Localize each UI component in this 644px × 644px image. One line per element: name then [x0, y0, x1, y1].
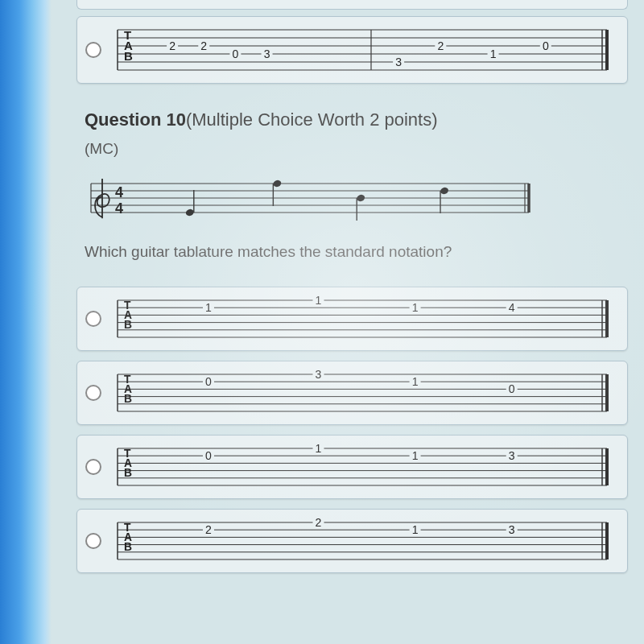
- question-label-suffix: (Multiple Choice Worth 2 points): [186, 109, 438, 130]
- svg-point-39: [185, 208, 195, 217]
- question-label-prefix: Question: [85, 109, 166, 130]
- svg-text:3: 3: [509, 449, 515, 462]
- option-b[interactable]: TAB0310: [76, 361, 628, 425]
- svg-text:0: 0: [205, 449, 212, 462]
- radio-option-d[interactable]: [85, 533, 101, 549]
- svg-text:1: 1: [412, 375, 419, 388]
- svg-text:B: B: [124, 393, 132, 405]
- tab-option-c: TAB0113: [113, 444, 617, 490]
- question-title: Question 10(Multiple Choice Worth 2 poin…: [85, 109, 620, 130]
- svg-text:0: 0: [509, 382, 515, 395]
- question-prompt: Which guitar tablature matches the stand…: [85, 243, 620, 261]
- question-mc-tag: (MC): [85, 140, 620, 158]
- svg-text:2: 2: [437, 39, 444, 52]
- svg-text:0: 0: [205, 375, 212, 388]
- svg-text:B: B: [124, 541, 132, 553]
- previous-card-bottom-edge: [76, 0, 628, 10]
- svg-text:3: 3: [395, 56, 402, 68]
- prev-question-option[interactable]: TAB22033210: [76, 16, 628, 84]
- svg-text:2: 2: [205, 523, 212, 536]
- question-block: Question 10(Multiple Choice Worth 2 poin…: [56, 93, 636, 280]
- svg-text:3: 3: [316, 369, 322, 381]
- svg-text:2: 2: [169, 39, 175, 52]
- svg-text:B: B: [124, 49, 133, 63]
- svg-text:1: 1: [316, 444, 322, 455]
- staff-notation: 44: [85, 172, 620, 232]
- option-d[interactable]: TAB2213: [76, 509, 628, 573]
- svg-text:3: 3: [509, 523, 515, 536]
- radio-prev-option[interactable]: [85, 42, 101, 58]
- svg-text:2: 2: [316, 518, 322, 529]
- option-a[interactable]: TAB1114: [76, 287, 628, 351]
- tab-prev: TAB22033210: [113, 25, 617, 75]
- svg-text:0: 0: [543, 39, 549, 52]
- radio-option-b[interactable]: [85, 385, 101, 401]
- tab-option-b: TAB0310: [113, 369, 617, 416]
- svg-text:B: B: [124, 319, 132, 331]
- svg-point-45: [440, 187, 449, 196]
- tab-option-d: TAB2213: [113, 518, 617, 564]
- svg-text:3: 3: [264, 47, 270, 60]
- radio-option-c[interactable]: [85, 459, 101, 475]
- svg-text:1: 1: [205, 301, 212, 314]
- svg-text:B: B: [124, 467, 132, 479]
- svg-text:1: 1: [316, 295, 322, 307]
- question-number: 10: [166, 109, 185, 130]
- radio-option-a[interactable]: [85, 311, 101, 327]
- svg-text:4: 4: [509, 301, 515, 314]
- tab-option-a: TAB1114: [113, 295, 617, 342]
- svg-point-41: [272, 180, 282, 188]
- svg-text:1: 1: [412, 301, 419, 314]
- svg-text:1: 1: [412, 449, 419, 462]
- svg-text:4: 4: [115, 184, 123, 200]
- option-c[interactable]: TAB0113: [76, 435, 628, 499]
- svg-text:0: 0: [233, 47, 239, 60]
- svg-text:1: 1: [412, 523, 419, 536]
- svg-text:1: 1: [490, 47, 497, 60]
- svg-point-43: [356, 194, 365, 203]
- svg-text:4: 4: [115, 200, 123, 217]
- svg-text:2: 2: [200, 39, 207, 52]
